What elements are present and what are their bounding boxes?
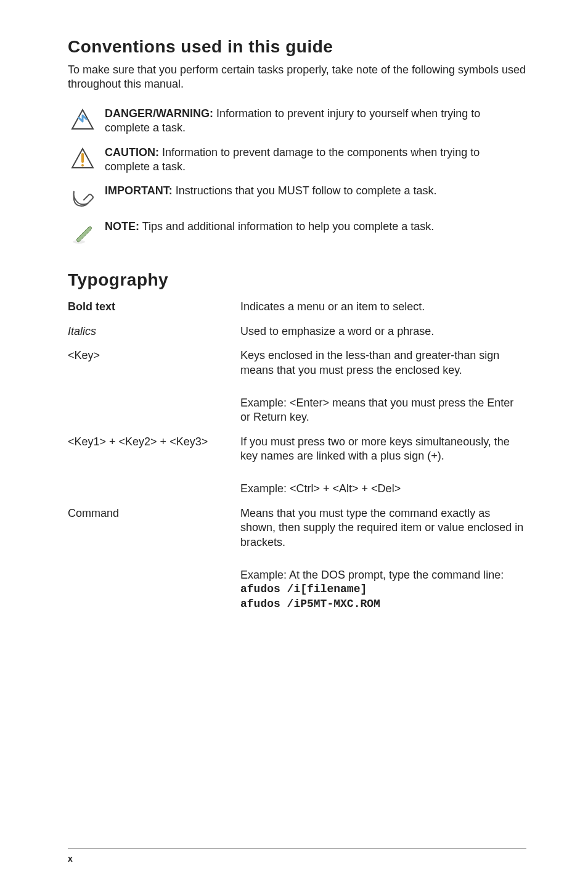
note-icon (68, 220, 97, 245)
typo-italics-desc: Used to emphasize a word or a phrase. (240, 321, 526, 345)
notice-list: DANGER/WARNING: Information to prevent i… (68, 107, 526, 246)
typo-command-desc1: Means that you must type the command exa… (240, 503, 526, 556)
important-body: Instructions that you MUST follow to com… (173, 184, 437, 197)
important-icon (68, 184, 97, 210)
table-row: <Key1> + <Key2> + <Key3> If you must pre… (68, 431, 526, 470)
caution-body: Information to prevent damage to the com… (105, 146, 480, 173)
conventions-intro: To make sure that you perform certain ta… (68, 63, 526, 92)
typo-keycombo-label: <Key1> + <Key2> + <Key3> (68, 431, 240, 470)
note-lead: NOTE: (105, 220, 139, 233)
table-row: Example: <Ctrl> + <Alt> + <Del> (68, 469, 526, 502)
typo-key-desc1: Keys enclosed in the less-than and great… (240, 345, 526, 384)
conventions-heading: Conventions used in this guide (68, 37, 526, 57)
table-row: Command Means that you must type the com… (68, 503, 526, 556)
typo-keycombo-desc2: Example: <Ctrl> + <Alt> + <Del> (240, 482, 401, 495)
typo-command-mono1: afudos /i[filename] (240, 582, 526, 596)
table-row: <Key> Keys enclosed in the less-than and… (68, 345, 526, 384)
notice-note: NOTE: Tips and additional information to… (68, 220, 526, 245)
note-body: Tips and additional information to help … (139, 220, 434, 233)
typography-table: Bold text Indicates a menu or an item to… (68, 296, 526, 617)
notice-caution: CAUTION: Information to prevent damage t… (68, 146, 526, 175)
danger-icon (68, 107, 97, 133)
table-row: Bold text Indicates a menu or an item to… (68, 296, 526, 320)
table-row: Example: <Enter> means that you must pre… (68, 384, 526, 431)
typo-bold-label: Bold text (68, 296, 240, 320)
page-number: x (68, 854, 73, 864)
danger-lead: DANGER/WARNING: (105, 107, 213, 120)
table-row: Italics Used to emphasize a word or a ph… (68, 321, 526, 345)
notice-danger: DANGER/WARNING: Information to prevent i… (68, 107, 526, 136)
svg-point-3 (81, 164, 84, 167)
typo-command-desc2a: Example: At the DOS prompt, type the com… (240, 568, 526, 582)
typo-key-label: <Key> (68, 345, 240, 384)
important-lead: IMPORTANT: (105, 184, 173, 197)
notice-caution-text: CAUTION: Information to prevent damage t… (97, 146, 526, 175)
page-container: Conventions used in this guide To make s… (0, 0, 588, 887)
table-row: Example: At the DOS prompt, type the com… (68, 556, 526, 617)
notice-important: IMPORTANT: Instructions that you MUST fo… (68, 184, 526, 210)
footer-divider (68, 848, 526, 849)
typo-keycombo-desc1: If you must press two or more keys simul… (240, 431, 526, 470)
notice-danger-text: DANGER/WARNING: Information to prevent i… (97, 107, 526, 136)
typo-bold-desc: Indicates a menu or an item to select. (240, 296, 526, 320)
typo-key-desc2: Example: <Enter> means that you must pre… (240, 397, 513, 423)
typo-command-mono2: afudos /iP5MT-MXC.ROM (240, 597, 526, 611)
notice-note-text: NOTE: Tips and additional information to… (97, 220, 526, 234)
notice-important-text: IMPORTANT: Instructions that you MUST fo… (97, 184, 526, 198)
caution-lead: CAUTION: (105, 146, 159, 159)
typo-command-label: Command (68, 503, 240, 556)
typography-heading: Typography (68, 270, 526, 290)
caution-icon (68, 146, 97, 171)
typo-italics-label: Italics (68, 321, 240, 345)
